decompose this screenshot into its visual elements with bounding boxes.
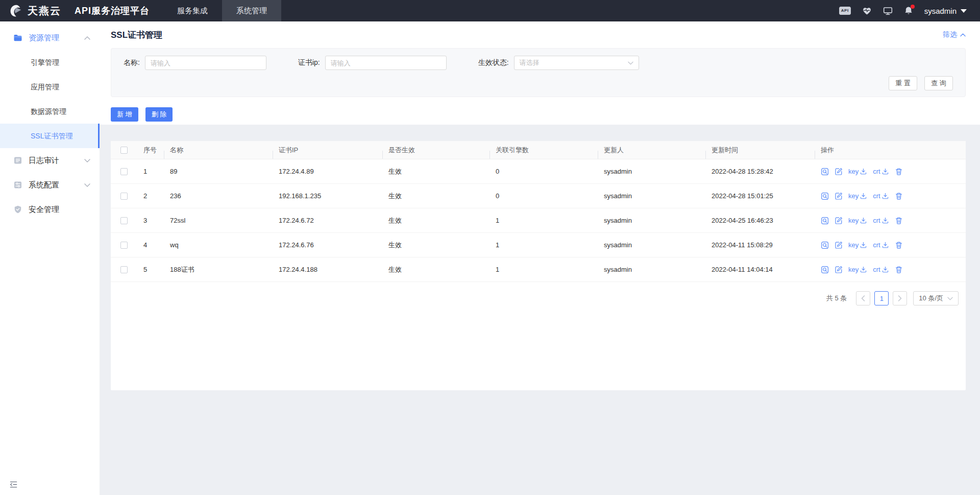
folder-icon: [13, 33, 22, 42]
sidebar-item-ssl-cert-management[interactable]: SSL证书管理: [0, 124, 100, 148]
table-row: 4 wq 172.24.6.76 生效 1 sysadmin 2022-04-1…: [111, 233, 966, 257]
pagination-total: 共 5 条: [826, 294, 847, 303]
cell-name: 236: [164, 192, 273, 200]
status-select[interactable]: 请选择: [514, 56, 639, 70]
delete-button[interactable]: 删 除: [145, 107, 173, 122]
search-button[interactable]: 查 询: [924, 76, 953, 90]
delete-icon[interactable]: [895, 241, 903, 249]
row-checkbox[interactable]: [120, 242, 128, 249]
table-header: 序号 名称 证书IP 是否生效 关联引擎数 更新人 更新时间 操作: [111, 141, 966, 159]
download-icon: [860, 168, 867, 175]
cell-ip: 172.24.6.76: [273, 241, 382, 249]
table-row: 3 72ssl 172.24.6.72 生效 1 sysadmin 2022-0…: [111, 208, 966, 233]
logo: 天燕云: [0, 3, 68, 18]
filter-toggle-link[interactable]: 筛选: [943, 30, 966, 39]
view-icon[interactable]: [821, 241, 829, 249]
chevron-down-icon: [947, 297, 953, 300]
cell-updater: sysadmin: [598, 192, 705, 200]
download-icon: [860, 266, 867, 273]
cell-index: 3: [137, 217, 164, 224]
edit-icon[interactable]: [835, 217, 843, 225]
notification-bell-icon[interactable]: [904, 6, 913, 15]
page-top-section: SSL证书管理 筛选 名称: 证书ip: 生效状态:: [100, 21, 980, 125]
select-all-checkbox[interactable]: [120, 147, 128, 154]
col-actions: 操作: [815, 146, 966, 155]
nav-tab-service-integration[interactable]: 服务集成: [163, 0, 222, 21]
col-name: 名称: [164, 146, 273, 155]
sidebar-item-security-management[interactable]: 安全管理: [0, 197, 100, 222]
sidebar-item-log-audit[interactable]: 日志审计: [0, 148, 100, 173]
chevron-down-icon: [84, 159, 90, 162]
sidebar-item-datasource-management[interactable]: 数据源管理: [0, 99, 100, 124]
download-icon: [881, 168, 889, 175]
row-checkbox[interactable]: [120, 168, 128, 175]
edit-icon[interactable]: [835, 168, 843, 176]
download-icon: [860, 217, 867, 224]
sidebar-item-label: 安全管理: [29, 205, 59, 215]
view-icon[interactable]: [821, 266, 829, 274]
prev-page-button[interactable]: [856, 291, 870, 305]
download-key-link[interactable]: key: [848, 168, 867, 175]
log-list-icon: [13, 156, 22, 165]
top-nav: 天燕云 API服务治理平台 服务集成 系统管理 API: [0, 0, 980, 21]
sidebar-item-app-management[interactable]: 应用管理: [0, 75, 100, 99]
view-icon[interactable]: [821, 168, 829, 176]
edit-icon[interactable]: [835, 266, 843, 274]
delete-icon[interactable]: [895, 217, 903, 225]
cell-index: 1: [137, 168, 164, 175]
row-checkbox[interactable]: [120, 266, 128, 273]
download-crt-link[interactable]: crt: [873, 168, 889, 175]
page-number-button[interactable]: 1: [874, 291, 889, 305]
download-key-link[interactable]: key: [848, 241, 867, 249]
col-index: 序号: [137, 146, 164, 155]
next-page-button[interactable]: [893, 291, 907, 305]
cert-ip-input[interactable]: [325, 56, 447, 70]
delete-icon[interactable]: [895, 266, 903, 274]
reset-button[interactable]: 重 置: [889, 76, 917, 90]
screen-monitor-icon[interactable]: [883, 7, 893, 15]
view-icon[interactable]: [821, 217, 829, 225]
chevron-down-icon: [961, 9, 967, 13]
download-crt-link[interactable]: crt: [873, 217, 889, 224]
add-button[interactable]: 新 增: [111, 107, 138, 122]
sidebar-item-resource-management[interactable]: 资源管理: [0, 26, 100, 50]
name-input[interactable]: [145, 56, 266, 70]
chevron-down-icon: [628, 61, 633, 65]
filter-label-name: 名称:: [124, 58, 140, 67]
download-key-link[interactable]: key: [848, 192, 867, 200]
delete-icon[interactable]: [895, 192, 903, 200]
cell-engines: 0: [489, 168, 598, 175]
download-crt-link[interactable]: crt: [873, 266, 889, 273]
chevron-up-icon: [84, 36, 90, 40]
row-checkbox[interactable]: [120, 193, 128, 200]
page-size-select[interactable]: 10 条/页: [913, 291, 959, 305]
edit-icon[interactable]: [835, 192, 843, 200]
download-key-link[interactable]: key: [848, 217, 867, 224]
table-row: 2 236 192.168.1.235 生效 0 sysadmin 2022-0…: [111, 184, 966, 208]
cell-status: 生效: [382, 192, 489, 201]
cell-time: 2022-04-28 15:01:25: [705, 192, 815, 200]
cell-time: 2022-04-11 14:04:14: [705, 266, 815, 273]
sidebar-collapse-icon[interactable]: [9, 480, 18, 489]
api-doc-icon[interactable]: API: [839, 7, 851, 15]
sidebar: 资源管理 引擎管理 应用管理 数据源管理 SSL证书管理 日志审计 系统配置: [0, 21, 100, 495]
chevron-down-icon: [84, 183, 90, 187]
sidebar-item-label: 日志审计: [29, 156, 59, 166]
view-icon[interactable]: [821, 192, 829, 200]
sidebar-item-engine-management[interactable]: 引擎管理: [0, 50, 100, 75]
download-key-link[interactable]: key: [848, 266, 867, 273]
health-monitor-icon[interactable]: [862, 7, 872, 15]
cell-updater: sysadmin: [598, 241, 705, 249]
sidebar-item-system-config[interactable]: 系统配置: [0, 173, 100, 197]
cell-time: 2022-04-25 16:46:23: [705, 217, 815, 224]
download-crt-link[interactable]: crt: [873, 192, 889, 200]
filter-label-cert-ip: 证书ip:: [298, 58, 320, 67]
nav-tab-system-management[interactable]: 系统管理: [222, 0, 281, 21]
user-menu[interactable]: sysadmin: [924, 7, 967, 15]
download-crt-link[interactable]: crt: [873, 241, 889, 249]
chevron-up-icon: [960, 33, 966, 37]
row-checkbox[interactable]: [120, 217, 128, 224]
cell-status: 生效: [382, 167, 489, 176]
delete-icon[interactable]: [895, 168, 903, 176]
edit-icon[interactable]: [835, 241, 843, 249]
